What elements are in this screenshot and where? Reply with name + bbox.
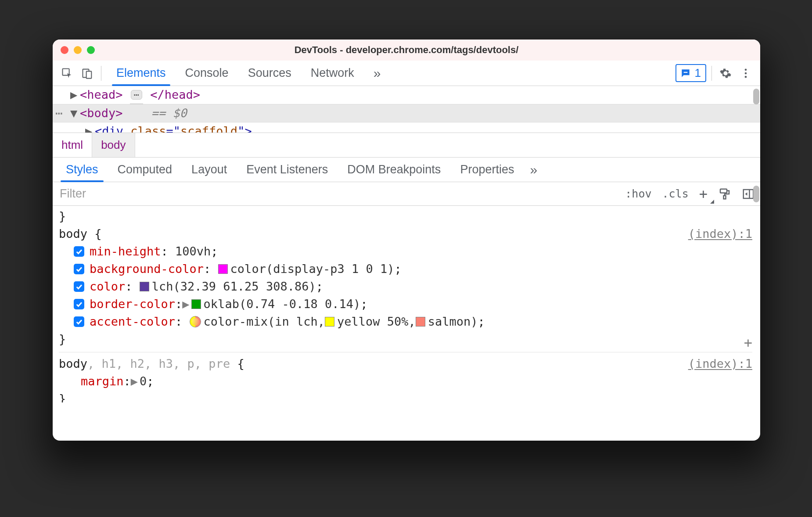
close-window-button[interactable] [61,46,68,54]
issues-badge[interactable]: 1 [675,64,706,82]
settings-icon[interactable] [717,65,734,82]
device-toolbar-icon[interactable] [79,65,96,82]
dom-node-partial: ▶ <div class="scaffold"> [53,122,760,133]
source-link[interactable]: (index):1 [688,225,752,243]
main-tabs: Elements Console Sources Network [107,61,364,86]
svg-rect-8 [724,195,726,199]
color-mix-swatch-icon[interactable] [190,316,201,327]
more-tabs-button[interactable]: » [367,66,387,81]
dom-tag: <head> [80,88,123,101]
declaration-accent-color[interactable]: accent-color: color-mix(in lch, yellow 5… [59,313,752,330]
toggle-cls-button[interactable]: .cls [657,187,694,200]
expand-triangle-icon[interactable]: ▶ [70,86,77,104]
subtab-event-listeners[interactable]: Event Listeners [237,158,338,182]
declaration-color[interactable]: color: lch(32.39 61.25 308.86); [59,278,752,295]
ellipsis-badge-icon[interactable]: ⋯ [131,90,142,100]
styles-scrollbar[interactable] [753,186,759,202]
breadcrumb-item-html[interactable]: html [53,133,92,157]
dom-node-body-selected[interactable]: ⋯ ▼ <body> == $0 [53,104,760,122]
toggle-hov-button[interactable]: :hov [620,187,657,200]
toolbar-divider [711,66,712,81]
tab-label: Network [311,66,354,80]
style-rule-body[interactable]: body { (index):1 min-height: 100vh; back… [59,225,752,352]
prev-rule-close-brace: } [59,208,752,225]
styles-filter-bar: :hov .cls + [53,182,760,206]
svg-point-5 [745,72,747,74]
subtab-styles[interactable]: Styles [56,158,108,182]
devtools-window: DevTools - developer.chrome.com/tags/dev… [53,39,760,441]
toggle-checkbox[interactable] [74,299,84,309]
source-link[interactable]: (index):1 [688,355,752,373]
subtab-properties[interactable]: Properties [450,158,524,182]
inspect-element-icon[interactable] [59,65,75,82]
dom-node-head[interactable]: ▶ <head> ⋯ </head> [53,86,760,104]
rule-selector[interactable]: body, h1, h2, h3, p, pre { [59,355,244,373]
subtab-computed[interactable]: Computed [108,158,182,182]
tab-label: Console [185,66,229,80]
rule-selector[interactable]: body { [59,225,102,243]
color-swatch-icon[interactable] [325,317,334,327]
more-subtabs-button[interactable]: » [524,162,543,177]
declaration-min-height[interactable]: min-height: 100vh; [59,243,752,260]
subtab-layout[interactable]: Layout [182,158,237,182]
tab-network[interactable]: Network [301,61,364,86]
window-title: DevTools - developer.chrome.com/tags/dev… [53,44,760,56]
add-declaration-button[interactable]: + [744,334,752,352]
tab-label: Sources [248,66,291,80]
style-rule-body-group[interactable]: body, h1, h2, h3, p, pre { (index):1 mar… [59,352,752,406]
breadcrumb: html body [53,133,760,158]
svg-rect-9 [744,190,754,198]
declaration-border-color[interactable]: border-color: ▶ oklab(0.74 -0.18 0.14); [59,295,752,313]
new-style-rule-button[interactable]: + [694,186,713,202]
svg-rect-7 [720,189,727,193]
styles-subtabs: Styles Computed Layout Event Listeners D… [53,158,760,182]
toggle-checkbox[interactable] [74,246,84,257]
tab-console[interactable]: Console [176,61,238,86]
rule-close-brace: } [59,330,752,348]
svg-rect-2 [86,71,92,78]
color-swatch-icon[interactable] [191,299,201,309]
toggle-checkbox[interactable] [74,264,84,274]
color-swatch-icon[interactable] [218,264,228,274]
expand-triangle-icon[interactable]: ▶ [182,295,189,313]
dom-tree[interactable]: ▶ <head> ⋯ </head> ⋯ ▼ <body> == $0 ▶ <d… [53,86,760,133]
tab-sources[interactable]: Sources [238,61,301,86]
color-swatch-icon[interactable] [416,317,425,327]
tab-label: Elements [116,66,166,80]
breadcrumb-item-body[interactable]: body [92,133,135,157]
zoom-window-button[interactable] [87,46,95,54]
dom-tag: <body> [80,106,123,120]
expand-triangle-icon[interactable]: ▶ [131,373,138,390]
dom-tag: </head> [150,88,200,101]
tab-elements[interactable]: Elements [107,61,176,86]
collapse-triangle-icon[interactable]: ▼ [70,104,77,122]
issues-count: 1 [695,66,701,80]
color-swatch-icon[interactable] [140,282,149,291]
kebab-menu-icon[interactable] [737,65,754,82]
more-actions-icon[interactable]: ⋯ [55,104,63,122]
svg-point-4 [745,68,747,71]
minimize-window-button[interactable] [74,46,82,54]
subtab-dom-breakpoints[interactable]: DOM Breakpoints [338,158,450,182]
dom-scrollbar[interactable] [753,89,759,104]
dom-selected-marker: == $0 [151,106,187,120]
svg-rect-3 [683,72,687,72]
declaration-margin[interactable]: margin: ▶ 0; [59,373,752,390]
paint-format-icon[interactable] [713,187,737,201]
rule-close-brace: } [59,390,752,402]
toggle-checkbox[interactable] [74,281,84,292]
toggle-checkbox[interactable] [74,316,84,327]
window-controls [61,46,95,54]
styles-filter-input[interactable] [53,187,620,201]
titlebar: DevTools - developer.chrome.com/tags/dev… [53,39,760,61]
svg-point-6 [745,75,747,78]
toolbar-divider [101,66,101,81]
declaration-background-color[interactable]: background-color: color(display-p3 1 0 1… [59,260,752,278]
expand-triangle-icon[interactable]: ▶ [85,122,92,133]
styles-pane[interactable]: } body { (index):1 min-height: 100vh; ba… [53,206,760,441]
main-toolbar: Elements Console Sources Network » 1 [53,61,760,86]
issues-icon [680,68,691,79]
